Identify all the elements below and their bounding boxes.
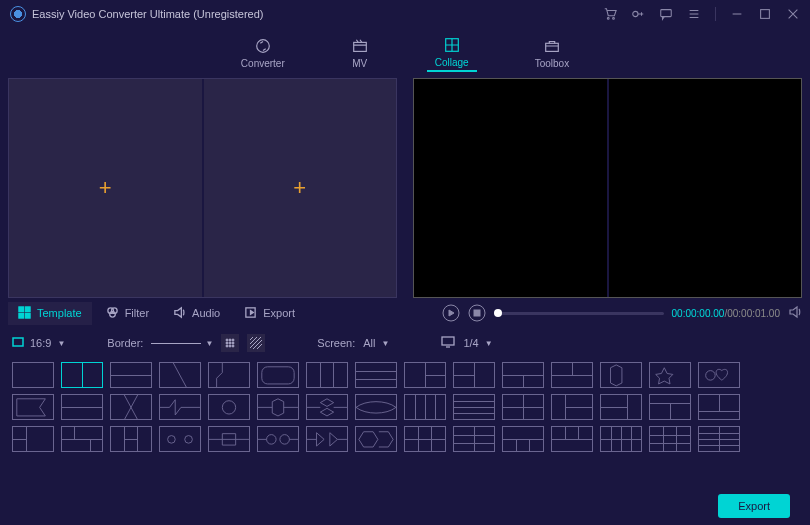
display-select[interactable]: 1/4 ▼ — [463, 337, 492, 349]
svg-point-0 — [607, 18, 609, 20]
nav-toolbox[interactable]: Toolbox — [527, 35, 577, 71]
nav-label: Collage — [435, 57, 469, 68]
svg-point-2 — [633, 11, 638, 16]
cart-icon[interactable] — [603, 7, 617, 21]
play-button[interactable] — [442, 304, 460, 322]
template-s12[interactable] — [551, 426, 593, 452]
template-t[interactable] — [502, 362, 544, 388]
template-s14[interactable] — [649, 426, 691, 452]
template-r10[interactable] — [600, 394, 642, 420]
template-4v[interactable] — [404, 394, 446, 420]
template-r3[interactable] — [110, 394, 152, 420]
template-r8[interactable] — [355, 394, 397, 420]
audio-icon — [173, 306, 186, 321]
svg-rect-6 — [353, 42, 366, 51]
maximize-icon[interactable] — [758, 7, 772, 21]
template-s1[interactable] — [12, 426, 54, 452]
export-button[interactable]: Export — [718, 494, 790, 518]
template-notch[interactable] — [208, 362, 250, 388]
template-3v[interactable] — [306, 362, 348, 388]
template-r5[interactable] — [208, 394, 250, 420]
template-r6[interactable] — [257, 394, 299, 420]
template-r2[interactable] — [61, 394, 103, 420]
divider — [715, 7, 716, 21]
svg-rect-8 — [546, 43, 559, 51]
preview-cell-2 — [609, 79, 802, 297]
svg-point-37 — [280, 435, 290, 445]
nav-collage[interactable]: Collage — [427, 34, 477, 72]
current-time: 00:00:00.00 — [672, 308, 725, 319]
screen-select[interactable]: All ▼ — [363, 337, 389, 349]
drop-cell-1[interactable]: + — [9, 79, 202, 297]
template-3h[interactable] — [355, 362, 397, 388]
border-grid-button[interactable] — [221, 334, 239, 352]
template-l2[interactable] — [453, 362, 495, 388]
template-l[interactable] — [404, 362, 446, 388]
export-icon — [244, 306, 257, 321]
template-r12[interactable] — [698, 394, 740, 420]
subtab-label: Template — [37, 307, 82, 319]
volume-icon[interactable] — [788, 305, 802, 321]
template-r11[interactable] — [649, 394, 691, 420]
template-s7[interactable] — [306, 426, 348, 452]
template-r9[interactable] — [551, 394, 593, 420]
progress-bar[interactable] — [494, 312, 664, 315]
stop-button[interactable] — [468, 304, 486, 322]
ratio-select[interactable]: 16:9 ▼ — [12, 336, 65, 350]
border-style-select[interactable]: ▼ — [151, 339, 213, 348]
nav-converter[interactable]: Converter — [233, 35, 293, 71]
feedback-icon[interactable] — [659, 7, 673, 21]
template-hex[interactable] — [600, 362, 642, 388]
template-flag[interactable] — [12, 394, 54, 420]
subtab-template[interactable]: Template — [8, 302, 92, 325]
svg-rect-12 — [25, 313, 30, 318]
template-s11[interactable] — [502, 426, 544, 452]
svg-rect-20 — [13, 338, 23, 346]
template-s6[interactable] — [257, 426, 299, 452]
plus-icon: + — [99, 175, 112, 201]
progress-handle[interactable] — [494, 309, 502, 317]
options-row: 16:9 ▼ Border: ▼ Screen: All ▼ 1/4 ▼ — [0, 328, 810, 358]
template-4h[interactable] — [453, 394, 495, 420]
svg-rect-19 — [474, 310, 480, 316]
chevron-down-icon: ▼ — [382, 339, 390, 348]
template-s10[interactable] — [453, 426, 495, 452]
border-pattern-button[interactable] — [247, 334, 265, 352]
template-s4[interactable] — [159, 426, 201, 452]
template-s8[interactable] — [355, 426, 397, 452]
toolbox-icon — [543, 37, 561, 55]
controls-row: Template Filter Audio Export 00:00:00.00… — [0, 298, 810, 328]
template-grid4[interactable] — [502, 394, 544, 420]
svg-point-1 — [613, 18, 615, 20]
drop-cell-2[interactable]: + — [204, 79, 397, 297]
template-t2[interactable] — [551, 362, 593, 388]
subtab-audio[interactable]: Audio — [163, 302, 230, 325]
template-s13[interactable] — [600, 426, 642, 452]
nav-mv[interactable]: MV — [343, 35, 377, 71]
template-2h[interactable] — [110, 362, 152, 388]
template-s15[interactable] — [698, 426, 740, 452]
template-s3[interactable] — [110, 426, 152, 452]
template-heart[interactable] — [698, 362, 740, 388]
template-round[interactable] — [257, 362, 299, 388]
menu-icon[interactable] — [687, 7, 701, 21]
svg-point-22 — [229, 339, 231, 341]
mv-icon — [351, 37, 369, 55]
subtab-export[interactable]: Export — [234, 302, 305, 325]
minimize-icon[interactable] — [730, 7, 744, 21]
ratio-icon — [12, 336, 24, 350]
template-diag[interactable] — [159, 362, 201, 388]
subtab-filter[interactable]: Filter — [96, 302, 159, 325]
close-icon[interactable] — [786, 7, 800, 21]
template-star[interactable] — [649, 362, 691, 388]
template-s5[interactable] — [208, 426, 250, 452]
template-s9[interactable] — [404, 426, 446, 452]
template-s2[interactable] — [61, 426, 103, 452]
template-r4[interactable] — [159, 394, 201, 420]
subtab-label: Filter — [125, 307, 149, 319]
template-1x1[interactable] — [12, 362, 54, 388]
template-2v[interactable] — [61, 362, 103, 388]
key-icon[interactable] — [631, 7, 645, 21]
template-r7[interactable] — [306, 394, 348, 420]
svg-rect-10 — [25, 306, 30, 311]
